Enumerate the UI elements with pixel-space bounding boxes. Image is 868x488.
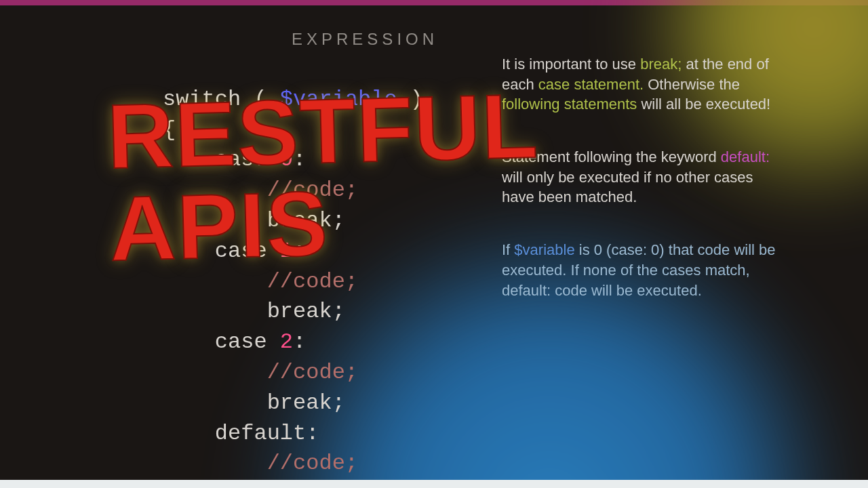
- code-block: switch ( $variable ) { case 0: //code; b…: [163, 54, 423, 488]
- code-line-7: //code;: [163, 269, 358, 294]
- code-line-12: default:: [163, 421, 319, 446]
- code-line-4: //code;: [163, 178, 358, 203]
- note-break: It is important to use break; at the end…: [502, 54, 787, 115]
- code-line-6: case 1:: [163, 239, 306, 264]
- code-line-13: //code;: [163, 451, 358, 476]
- code-line-8: break;: [163, 299, 345, 324]
- code-line-3: case 0:: [163, 147, 306, 172]
- expression-label: EXPRESSION: [292, 30, 438, 49]
- bottom-accent-bar: [0, 480, 868, 488]
- note-variable: If $variable is 0 (case: 0) that code wi…: [502, 240, 787, 300]
- code-line-2: {: [163, 117, 176, 142]
- code-line-10: //code;: [163, 360, 358, 385]
- note-default: Statement following the keyword default:…: [502, 147, 787, 207]
- top-accent-bar: [0, 0, 868, 5]
- slide-stage: EXPRESSION switch ( $variable ) { case 0…: [0, 0, 868, 488]
- notes-column: It is important to use break; at the end…: [502, 54, 787, 333]
- code-line-11: break;: [163, 390, 345, 415]
- code-line-9: case 2:: [163, 329, 306, 354]
- code-line-1: switch ( $variable ): [163, 87, 423, 112]
- code-line-5: break;: [163, 208, 345, 233]
